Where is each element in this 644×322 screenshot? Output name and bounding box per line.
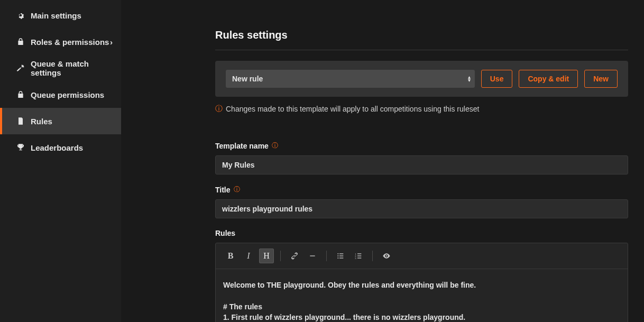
warning-message: ⓘ Changes made to this template will app… xyxy=(215,104,628,114)
svg-rect-10 xyxy=(357,255,361,256)
title-group: Title ⓘ xyxy=(215,185,628,218)
warning-text: Changes made to this template will apply… xyxy=(226,105,479,113)
lock-icon xyxy=(16,90,25,99)
italic-button[interactable]: I xyxy=(241,249,256,263)
sidebar-label: Roles & permissions xyxy=(31,38,110,47)
template-name-group: Template name ⓘ xyxy=(215,141,628,174)
sidebar: Main settings Roles & permissions › Queu… xyxy=(0,0,121,322)
toolbar-separator xyxy=(326,251,327,261)
svg-rect-8 xyxy=(357,253,361,254)
toolbar-separator xyxy=(280,251,281,261)
rule-select-wrapper: ▴▾ xyxy=(226,70,475,88)
editor-toolbar: B I H 123 xyxy=(216,243,628,269)
template-name-label: Template name ⓘ xyxy=(215,141,628,150)
svg-rect-12 xyxy=(357,257,361,258)
sidebar-item-rules[interactable]: Rules xyxy=(0,108,121,134)
sidebar-label: Queue permissions xyxy=(31,90,113,99)
gear-icon xyxy=(16,11,25,20)
ordered-list-button[interactable]: 123 xyxy=(351,249,366,263)
template-name-input[interactable] xyxy=(215,155,628,174)
heading-button[interactable]: H xyxy=(259,249,274,263)
svg-rect-6 xyxy=(339,257,343,258)
rule-select[interactable] xyxy=(226,70,475,88)
svg-point-1 xyxy=(337,253,338,254)
info-icon: ⓘ xyxy=(234,185,240,194)
sidebar-label: Leaderboards xyxy=(31,143,113,152)
info-icon: ⓘ xyxy=(272,141,278,150)
new-button[interactable]: New xyxy=(584,70,618,88)
sidebar-item-main-settings[interactable]: Main settings xyxy=(0,2,121,29)
preview-button[interactable] xyxy=(379,249,394,263)
info-icon: ⓘ xyxy=(215,104,223,114)
rules-label: Rules xyxy=(215,229,628,237)
svg-point-5 xyxy=(337,257,338,259)
sidebar-item-leaderboards[interactable]: Leaderboards xyxy=(0,134,121,161)
page-title: Rules settings xyxy=(215,29,628,50)
sidebar-label: Queue & match settings xyxy=(31,59,113,77)
link-button[interactable] xyxy=(287,249,302,263)
chevron-right-icon: › xyxy=(110,38,113,47)
sidebar-item-roles-permissions[interactable]: Roles & permissions › xyxy=(0,29,121,55)
copy-edit-button[interactable]: Copy & edit xyxy=(519,70,578,88)
tools-icon xyxy=(16,64,25,72)
document-icon xyxy=(16,117,25,125)
use-button[interactable]: Use xyxy=(481,70,513,88)
sidebar-label: Main settings xyxy=(31,11,113,20)
main-content: Rules settings ▴▾ Use Copy & edit New ⓘ … xyxy=(121,0,644,322)
lock-icon xyxy=(16,38,25,46)
bold-button[interactable]: B xyxy=(223,249,238,263)
sidebar-label: Rules xyxy=(31,117,113,126)
unordered-list-button[interactable] xyxy=(333,249,348,263)
sidebar-item-queue-permissions[interactable]: Queue permissions xyxy=(0,81,121,108)
rule-actions-bar: ▴▾ Use Copy & edit New xyxy=(215,61,628,97)
svg-text:3: 3 xyxy=(355,257,356,260)
title-label: Title ⓘ xyxy=(215,185,628,194)
rules-editor: B I H 123 xyxy=(215,243,628,322)
trophy-icon xyxy=(16,143,25,152)
svg-point-3 xyxy=(337,255,338,256)
svg-rect-0 xyxy=(310,255,315,256)
svg-rect-4 xyxy=(339,255,343,256)
sidebar-item-queue-match[interactable]: Queue & match settings xyxy=(0,55,121,81)
minus-button[interactable] xyxy=(305,249,320,263)
svg-rect-2 xyxy=(339,253,343,254)
rules-textarea[interactable]: Welcome to THE playground. Obey the rule… xyxy=(216,269,628,322)
toolbar-separator xyxy=(372,251,373,261)
rules-group: Rules B I H 123 xyxy=(215,229,628,322)
title-input[interactable] xyxy=(215,199,628,218)
